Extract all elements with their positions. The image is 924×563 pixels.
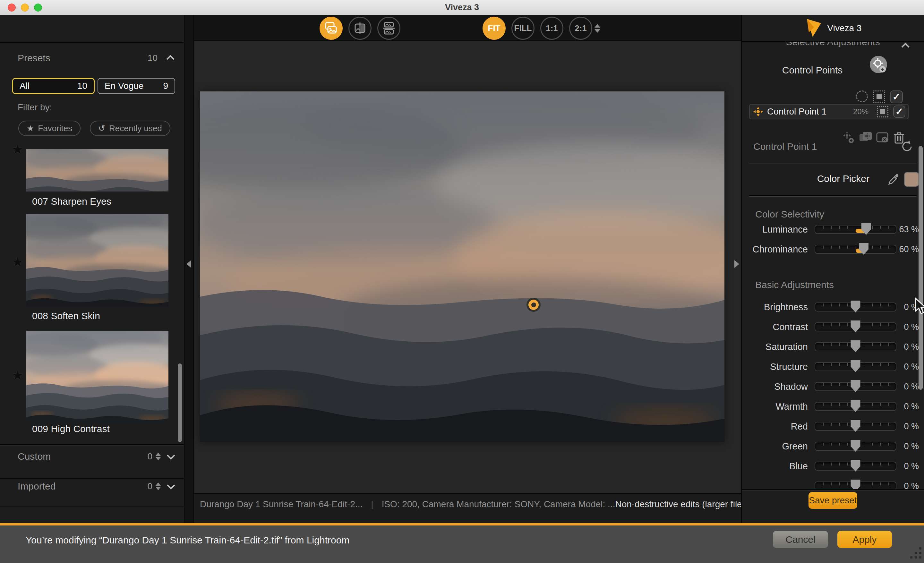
collapse-right-arrow-icon[interactable] bbox=[734, 260, 739, 268]
slider-label: Shadow bbox=[742, 382, 808, 392]
zoom-mode-fit-button[interactable]: FIT bbox=[483, 17, 506, 40]
slider-value: 0 % bbox=[896, 481, 924, 490]
slider-row: Luminance63 % bbox=[742, 219, 924, 239]
slider-label: Saturation bbox=[742, 341, 808, 352]
slider-row: Brightness0 % bbox=[742, 297, 924, 317]
contrast-slider[interactable] bbox=[814, 322, 896, 332]
preset-thumbnail[interactable] bbox=[26, 331, 168, 423]
slider-label: Contrast bbox=[742, 322, 808, 332]
ungroup-control-points-button[interactable] bbox=[876, 131, 889, 144]
zoom-mode-2-1-button[interactable]: 2:1 bbox=[569, 17, 592, 40]
color-picker-label: Color Picker bbox=[817, 173, 870, 184]
warmth-slider[interactable] bbox=[814, 402, 896, 411]
window-title: Viveza 3 bbox=[445, 3, 479, 12]
slider-value: 0 % bbox=[896, 402, 924, 412]
chevron-down-icon[interactable] bbox=[167, 451, 175, 460]
step-up-icon bbox=[594, 24, 600, 28]
slider-row: Red0 % bbox=[742, 416, 924, 436]
divider bbox=[742, 489, 924, 490]
preset-name: 008 Soften Skin bbox=[32, 309, 100, 323]
apply-button[interactable]: Apply bbox=[837, 531, 892, 548]
slider-row: Structure0 % bbox=[742, 357, 924, 377]
close-window-button[interactable] bbox=[8, 3, 16, 12]
divider bbox=[749, 163, 916, 164]
preset-thumbnail[interactable] bbox=[26, 149, 168, 192]
mask-view-toggle-icon[interactable] bbox=[873, 90, 885, 103]
single-image-view-button[interactable] bbox=[320, 17, 343, 40]
color-selectivity-title: Color Selectivity bbox=[755, 209, 824, 220]
favorite-star-icon[interactable]: ★ bbox=[12, 141, 24, 157]
zoom-window-button[interactable] bbox=[34, 3, 42, 12]
zoom-mode-1-1-button[interactable]: 1:1 bbox=[540, 17, 563, 40]
green-slider[interactable] bbox=[814, 442, 896, 451]
shadow-slider[interactable] bbox=[814, 382, 896, 391]
minimize-window-button[interactable] bbox=[21, 3, 29, 12]
accent-divider bbox=[0, 523, 924, 526]
preset-list: ★007 Sharpen Eyes★008 Soften Skin★009 Hi… bbox=[0, 15, 184, 523]
image-stack-icon bbox=[324, 21, 338, 35]
modifying-message: You’re modifying “Durango Day 1 Sunrise … bbox=[26, 535, 350, 546]
color-swatch[interactable] bbox=[904, 172, 919, 187]
stacked-compare-icon bbox=[382, 21, 396, 35]
count-stepper-icon[interactable] bbox=[156, 452, 161, 461]
duplicate-control-point-button[interactable] bbox=[842, 131, 855, 144]
collapse-left-arrow-icon[interactable] bbox=[186, 260, 191, 268]
hidden-slider[interactable] bbox=[814, 481, 896, 489]
global-enable-checkbox[interactable]: ✓ bbox=[890, 90, 903, 103]
panel-scrollbar[interactable] bbox=[918, 146, 923, 390]
sidebar-section-imported[interactable]: Imported 0 bbox=[0, 477, 184, 495]
control-point-enable-checkbox[interactable]: ✓ bbox=[893, 106, 905, 118]
red-slider[interactable] bbox=[814, 422, 896, 431]
slider-row: 0 % bbox=[742, 476, 924, 489]
structure-slider[interactable] bbox=[814, 362, 896, 371]
sidebar-section-custom[interactable]: Custom 0 bbox=[0, 448, 184, 466]
group-control-points-button[interactable] bbox=[859, 131, 872, 144]
slider-row: Green0 % bbox=[742, 436, 924, 456]
count-stepper-icon[interactable] bbox=[156, 482, 161, 491]
zoom-stepper[interactable] bbox=[594, 24, 601, 33]
control-point-marker[interactable] bbox=[526, 298, 541, 312]
add-control-point-button[interactable] bbox=[869, 55, 888, 74]
exif-metadata-label: ISO: 200, Camera Manufacturer: SONY, Cam… bbox=[382, 499, 615, 509]
cancel-button[interactable]: Cancel bbox=[773, 531, 828, 548]
selective-adjustments-title: Selective Adjustments bbox=[742, 42, 924, 48]
saturation-slider[interactable] bbox=[814, 342, 896, 352]
slider-value: 0 % bbox=[896, 461, 924, 471]
adjustments-panel: Viveza 3 Selective Adjustments Control P… bbox=[741, 15, 924, 523]
favorite-star-icon[interactable]: ★ bbox=[12, 254, 24, 270]
reset-button[interactable] bbox=[901, 140, 914, 153]
chrominance-slider[interactable] bbox=[814, 244, 896, 254]
side-by-side-view-button[interactable] bbox=[377, 17, 400, 40]
split-preview-icon bbox=[353, 21, 367, 35]
resize-grip[interactable] bbox=[908, 547, 922, 562]
view-toolbar: FITFILL1:12:1 bbox=[194, 15, 741, 41]
slider-label: Structure bbox=[742, 362, 808, 372]
chevron-down-icon[interactable] bbox=[167, 481, 175, 489]
preset-thumbnail[interactable] bbox=[26, 214, 168, 307]
non-destructive-label: Non-destructive edits (larger files) bbox=[615, 499, 750, 509]
zoom-mode-fill-button[interactable]: FILL bbox=[512, 17, 534, 40]
selection-circle-toggle-icon[interactable] bbox=[856, 90, 868, 102]
canvas-column: FITFILL1:12:1 Durango Day 1 Sunrise Trai… bbox=[194, 15, 741, 523]
mask-view-toggle-icon[interactable] bbox=[877, 106, 888, 117]
image-canvas[interactable] bbox=[194, 42, 741, 493]
eyedropper-button[interactable] bbox=[887, 173, 900, 186]
sidebar-collapse-strip bbox=[184, 15, 194, 523]
presets-sidebar: Presets 10 All 10 En Vogue 9 Filter by: … bbox=[0, 15, 184, 523]
blue-slider[interactable] bbox=[814, 461, 896, 471]
slider-label: Warmth bbox=[742, 401, 808, 412]
control-point-row[interactable]: Control Point 1 20% ✓ bbox=[749, 104, 909, 119]
control-point-size-value: 20% bbox=[853, 107, 868, 116]
brightness-slider[interactable] bbox=[814, 302, 896, 312]
slider-label: Luminance bbox=[742, 224, 808, 235]
split-preview-view-button[interactable] bbox=[348, 17, 372, 40]
color-selectivity-sliders: Luminance63 %Chrominance60 % bbox=[742, 219, 924, 259]
luminance-slider[interactable] bbox=[814, 225, 896, 234]
preset-name: 009 High Contrast bbox=[32, 422, 110, 436]
preset-list-scrollbar[interactable] bbox=[178, 364, 182, 442]
photo-preview[interactable] bbox=[200, 91, 724, 442]
save-preset-button[interactable]: Save preset bbox=[808, 492, 857, 509]
favorite-star-icon[interactable]: ★ bbox=[12, 367, 24, 383]
file-info-bar: Durango Day 1 Sunrise Train-64-Edit-2...… bbox=[194, 493, 741, 523]
slider-label: Brightness bbox=[742, 302, 808, 313]
